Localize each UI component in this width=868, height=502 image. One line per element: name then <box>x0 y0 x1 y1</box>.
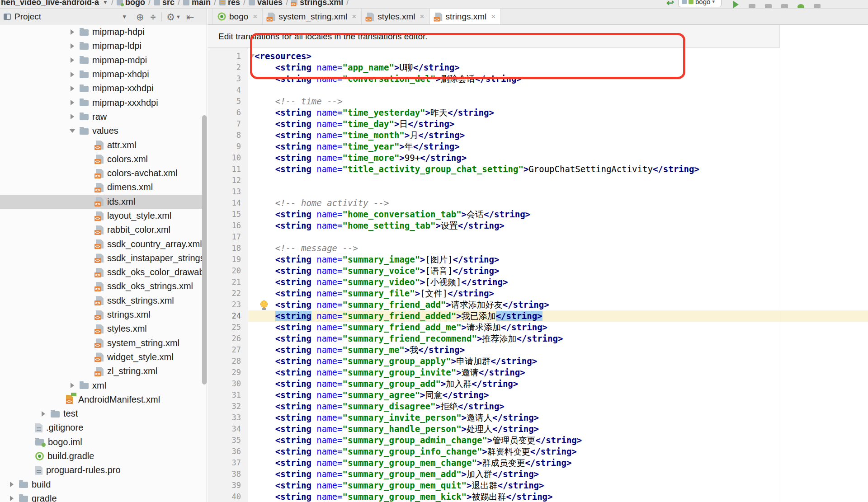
line-number[interactable]: 24 <box>208 310 248 322</box>
chevron-down-icon[interactable]: ▼ <box>122 14 127 20</box>
code-text[interactable]: <string name="summary_friend_recommend">… <box>248 333 868 344</box>
code-text[interactable]: <string name="home_conversation_tab">会话<… <box>248 209 868 220</box>
chevron-right-icon[interactable] <box>5 482 19 487</box>
gear-icon[interactable]: ⚙ <box>166 12 175 22</box>
line-number[interactable]: 18 <box>208 243 248 254</box>
code-line-17[interactable]: 17 <box>208 231 868 243</box>
line-number[interactable]: 16 <box>208 220 248 231</box>
code-text[interactable]: <string name="time_yesterday">昨天</string… <box>248 107 868 118</box>
tree-item-styles-xml[interactable]: styles.xml <box>0 322 207 336</box>
line-number[interactable]: 8 <box>208 130 248 141</box>
code-line-19[interactable]: 19 <string name="summary_image">[图片]</st… <box>208 254 868 265</box>
code-text[interactable]: <string name="summary_group_apply">申请加群<… <box>248 356 868 367</box>
code-text[interactable]: <string name="summary_friend_add_me">请求添… <box>248 322 868 333</box>
breadcrumb-item-src[interactable]: src <box>154 0 175 7</box>
code-text[interactable]: <string name="summary_agree">同意</string> <box>248 389 868 401</box>
code-text[interactable]: <string name="summary_group_admin_change… <box>248 435 868 446</box>
code-line-36[interactable]: 36 <string name="summary_group_info_chan… <box>208 446 868 457</box>
line-number[interactable]: 38 <box>208 469 248 480</box>
intention-bulb-icon[interactable] <box>260 300 268 308</box>
code-line-14[interactable]: 14 <!-- home activity --> <box>208 197 868 209</box>
line-number[interactable]: 15 <box>208 209 248 220</box>
attach-debugger-button[interactable] <box>781 4 788 9</box>
code-text[interactable]: <string name="title_activity_group_chat_… <box>248 164 868 175</box>
locate-file-icon[interactable]: ⊕ <box>136 12 144 22</box>
line-number[interactable]: 19 <box>208 254 248 265</box>
code-text[interactable]: <string name="summary_friend_added">我已添加… <box>248 310 868 322</box>
code-text[interactable]: <string name="summary_voice">[语音]</strin… <box>248 265 868 277</box>
tree-item-mipmap-mdpi[interactable]: mipmap-mdpi <box>0 53 207 67</box>
code-text[interactable]: <string name="time_month">月</string> <box>248 130 868 141</box>
breadcrumb-item-hen-video-live-android-a[interactable]: hen_video_live-android-a▼ <box>1 0 108 7</box>
line-number[interactable]: 39 <box>208 480 248 491</box>
tree-item-attr-xml[interactable]: attr.xml <box>0 138 207 152</box>
code-text[interactable]: <string name="time_day">日</string> <box>248 118 868 130</box>
tab-bogo[interactable]: bogo× <box>212 9 263 24</box>
tree-item-colors-xml[interactable]: colors.xml <box>0 152 207 166</box>
code-text[interactable] <box>248 231 868 243</box>
code-text[interactable]: <string name="summary_disagree">拒绝</stri… <box>248 401 868 412</box>
code-line-2[interactable]: 2 <string name="app_name">U聊</string> <box>208 62 868 73</box>
line-number[interactable]: 25 <box>208 322 248 333</box>
code-text[interactable]: <string name="summary_group_mem_add">加入群… <box>248 469 868 480</box>
code-text[interactable]: <!-- time --> <box>248 96 868 107</box>
line-number[interactable]: 10 <box>208 152 248 164</box>
line-number[interactable]: 2 <box>208 62 248 73</box>
breadcrumb-item-strings-xml[interactable]: strings.xml <box>291 0 343 7</box>
chevron-right-icon[interactable] <box>5 496 19 501</box>
line-number[interactable]: 34 <box>208 423 248 435</box>
tree-item-colors-avchat-xml[interactable]: colors-avchat.xml <box>0 166 207 180</box>
line-number[interactable]: 20 <box>208 265 248 277</box>
code-line-10[interactable]: 10 <string name="time_more">99+</string> <box>208 152 868 164</box>
line-number[interactable]: 7 <box>208 118 248 130</box>
tree-item-androidmanifest-xml[interactable]: AndroidManifest.xml <box>0 393 207 407</box>
tree-item-mipmap-xhdpi[interactable]: mipmap-xhdpi <box>0 67 207 81</box>
code-line-21[interactable]: 21 <string name="summary_video">[小视频]</s… <box>208 277 868 288</box>
code-text[interactable]: <resources> <box>248 51 868 62</box>
breadcrumb-item-bogo[interactable]: bogo <box>117 0 145 7</box>
project-scrollbar[interactable] <box>202 115 207 385</box>
chevron-right-icon[interactable] <box>65 100 80 105</box>
tree-item-dimens-xml[interactable]: dimens.xml <box>0 180 207 194</box>
tree-item-gitignore[interactable]: .gitignore <box>0 421 207 435</box>
run-button[interactable] <box>733 1 739 8</box>
code-line-8[interactable]: 8 <string name="time_month">月</string> <box>208 130 868 141</box>
hide-panel-icon[interactable]: ⇤ <box>186 12 194 22</box>
code-text[interactable]: <string name="app_name">U聊</string> <box>248 62 868 73</box>
code-line-39[interactable]: 39 <string name="summary_group_mem_quit"… <box>208 480 868 491</box>
line-number[interactable]: 23 <box>208 299 248 310</box>
line-number[interactable]: 11 <box>208 164 248 175</box>
tab-system-string-xml[interactable]: system_string.xml× <box>263 9 362 24</box>
code-line-38[interactable]: 38 <string name="summary_group_mem_add">… <box>208 469 868 480</box>
line-number[interactable]: 33 <box>208 412 248 423</box>
code-line-13[interactable]: 13 <box>208 186 868 197</box>
code-text[interactable]: <string name="summary_video">[小视频]</stri… <box>248 277 868 288</box>
breadcrumb-item-main[interactable]: main <box>183 0 211 7</box>
close-icon[interactable]: × <box>352 12 356 21</box>
line-number[interactable]: 22 <box>208 288 248 299</box>
code-text[interactable]: <string name="summary_file">[文件]</string… <box>248 288 868 299</box>
code-line-7[interactable]: 7 <string name="time_day">日</string> <box>208 118 868 130</box>
line-number[interactable]: 37 <box>208 457 248 469</box>
code-line-32[interactable]: 32 <string name="summary_disagree">拒绝</s… <box>208 401 868 412</box>
breadcrumb-item-res[interactable]: res <box>219 0 240 7</box>
tree-item-gradle[interactable]: gradle <box>0 492 207 502</box>
chevron-right-icon[interactable] <box>65 86 80 91</box>
code-text[interactable]: <string name="summary_group_mem_kick">被踢… <box>248 491 868 502</box>
code-line-30[interactable]: 30 <string name="summary_group_add">加入群<… <box>208 378 868 389</box>
code-text[interactable]: <string name="summary_group_add">加入群</st… <box>248 378 868 389</box>
tree-item-xml[interactable]: xml <box>0 378 207 392</box>
fold-marker-icon[interactable] <box>250 54 255 57</box>
code-line-31[interactable]: 31 <string name="summary_agree">同意</stri… <box>208 389 868 401</box>
line-number[interactable]: 35 <box>208 435 248 446</box>
chevron-right-icon[interactable] <box>36 411 51 417</box>
line-number[interactable]: 4 <box>208 84 248 96</box>
code-text[interactable]: <string name="summary_group_info_change"… <box>248 446 868 457</box>
code-text[interactable]: <string name="summary_image">[图片]</strin… <box>248 254 868 265</box>
line-number[interactable]: 21 <box>208 277 248 288</box>
code-line-28[interactable]: 28 <string name="summary_group_apply">申请… <box>208 356 868 367</box>
code-line-16[interactable]: 16 <string name="home_setting_tab">设置</s… <box>208 220 868 231</box>
line-number[interactable]: 30 <box>208 378 248 389</box>
line-number[interactable]: 29 <box>208 367 248 378</box>
code-text[interactable]: <string name="conversation_del">删除会话</st… <box>248 73 868 84</box>
